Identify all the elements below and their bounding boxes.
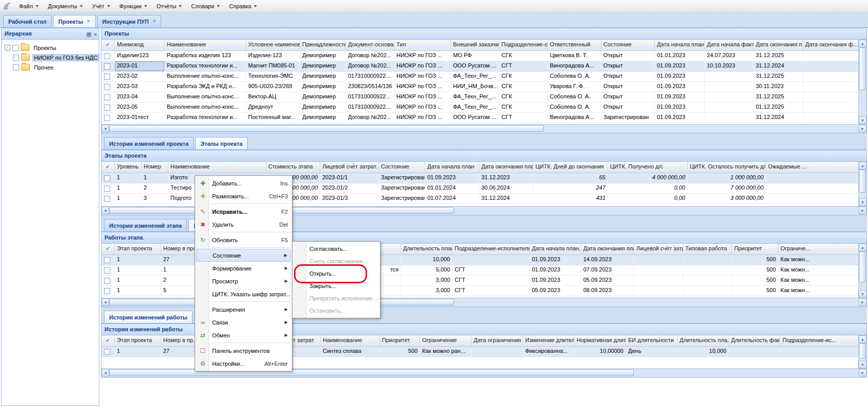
row-checkbox[interactable]: [104, 74, 110, 80]
context-menu-item[interactable]: ✎Исправить...F2: [196, 205, 291, 218]
tree-item[interactable]: -Проекты: [2, 43, 99, 53]
scroll-up-button[interactable]: ▲: [859, 244, 866, 251]
scroll-up-button[interactable]: ▲: [859, 162, 866, 169]
submenu-item[interactable]: Закрыть...: [293, 280, 379, 292]
context-menu-item[interactable]: ✚Размножить...Ctrl+F3: [196, 190, 291, 202]
menubar-item[interactable]: Функции: [115, 1, 152, 11]
scroll-down-button[interactable]: ▼: [859, 290, 866, 298]
submenu-item[interactable]: Остановить...: [293, 304, 379, 317]
context-menu-item[interactable]: ✖УдалитьDel: [196, 218, 291, 231]
column-header[interactable]: Наименование: [165, 40, 246, 50]
tree-item-label[interactable]: Прочее: [32, 64, 55, 71]
table-row[interactable]: 2023-01Разработка технологии и...Магнит …: [101, 61, 858, 72]
grid-view-icon[interactable]: ▦: [86, 30, 91, 38]
context-menu-item[interactable]: Просмотр▶: [196, 275, 291, 287]
column-header[interactable]: Состояние: [379, 162, 425, 173]
row-checkbox[interactable]: [104, 94, 110, 100]
row-checkbox[interactable]: [104, 349, 110, 355]
row-checkbox[interactable]: [104, 267, 110, 274]
tree-checkbox[interactable]: [13, 64, 19, 71]
menubar-item[interactable]: Учёт: [88, 1, 115, 11]
column-header[interactable]: Ожидаемые ...: [766, 162, 858, 173]
column-header[interactable]: ✔: [101, 162, 115, 173]
column-header[interactable]: Приоритет: [732, 244, 778, 255]
table-row[interactable]: 2023-05Выполнение опытно-конс...Дредноут…: [101, 103, 858, 113]
tab-close-icon[interactable]: ✕: [86, 19, 91, 24]
column-header[interactable]: Дата начала план.: [655, 40, 705, 50]
row-checkbox[interactable]: [104, 84, 110, 90]
column-header[interactable]: Мнемокод: [115, 40, 165, 50]
main-tab[interactable]: Инструкции ПУП✕: [97, 15, 162, 27]
row-checkbox[interactable]: [104, 63, 110, 70]
column-header[interactable]: Дата начала факт.: [705, 40, 754, 50]
menubar-item[interactable]: Справка: [224, 1, 262, 11]
scrollbar-track[interactable]: [859, 169, 866, 198]
scrollbar-thumb[interactable]: [859, 343, 866, 359]
context-menu-item[interactable]: ✚Добавить...Ins: [196, 177, 291, 190]
row-checkbox[interactable]: [104, 278, 110, 284]
column-header[interactable]: ЕИ длительности: [626, 335, 678, 346]
column-header[interactable]: Ограниче...: [778, 244, 858, 255]
scroll-right-button[interactable]: ►: [859, 207, 866, 214]
tree-checkbox[interactable]: [12, 45, 19, 51]
scrollbar-thumb[interactable]: [859, 251, 866, 282]
column-header[interactable]: Нормативная длит...: [575, 335, 626, 346]
tree-item[interactable]: НИОКР по ГОЗ без НДС: [2, 53, 99, 62]
column-header[interactable]: Типовая работа: [683, 244, 732, 255]
collapse-panel-icon[interactable]: «: [94, 30, 97, 38]
context-menu-item[interactable]: ∞Связи▶: [196, 316, 291, 329]
column-header[interactable]: Этап проекта: [115, 335, 161, 346]
column-header[interactable]: Принадлежность: [300, 40, 346, 50]
column-header[interactable]: Дата ограничения: [472, 335, 523, 346]
menubar-item[interactable]: Файл: [14, 1, 43, 11]
scroll-left-button[interactable]: ◄: [101, 207, 109, 214]
menubar-item[interactable]: Словари: [186, 1, 224, 11]
column-header[interactable]: Подразделение-ис...: [780, 335, 858, 346]
column-header[interactable]: ✔: [101, 335, 115, 346]
scroll-up-button[interactable]: ▲: [859, 335, 866, 343]
column-header[interactable]: Номер: [142, 162, 168, 173]
scroll-right-button[interactable]: ►: [859, 369, 866, 377]
table-row[interactable]: 2023-03Разработка ЭКД и РКД н...905-U020…: [101, 82, 858, 92]
column-header[interactable]: Дата начала план.: [530, 244, 581, 255]
tree-item[interactable]: Прочее: [2, 62, 99, 72]
scrollbar-track[interactable]: [109, 125, 859, 132]
horizontal-scrollbar[interactable]: ◄►: [101, 124, 866, 133]
table-row[interactable]: 2023-02Выполнение опытно-конс...Технолог…: [101, 72, 858, 82]
scroll-up-button[interactable]: ▲: [859, 40, 866, 47]
context-menu-item[interactable]: ⇄Обмен▶: [196, 329, 291, 342]
row-checkbox[interactable]: [104, 196, 110, 202]
menubar-item[interactable]: Отчёты: [152, 1, 186, 11]
context-menu-item[interactable]: ⚙Настройки...Alt+Enter: [196, 357, 291, 370]
tab-close-icon[interactable]: ✕: [152, 19, 157, 24]
main-tab[interactable]: Рабочий стол: [3, 15, 51, 27]
table-row[interactable]: 2023-04Выполнение опытно-конс...Вектор-А…: [101, 92, 858, 103]
vertical-scrollbar[interactable]: ▲▼: [858, 244, 866, 298]
row-checkbox[interactable]: [104, 257, 110, 263]
vertical-scrollbar[interactable]: ▲▼: [858, 40, 866, 124]
column-header[interactable]: Документ-основан...: [346, 40, 394, 50]
submenu-item-open[interactable]: Открыть...: [293, 267, 379, 280]
column-header[interactable]: Длительность пла...: [678, 335, 729, 346]
column-header[interactable]: Длительность фак...: [729, 335, 780, 346]
scrollbar-thumb[interactable]: [859, 169, 866, 193]
vertical-scrollbar[interactable]: ▲▼: [858, 162, 866, 206]
column-header[interactable]: Дата начала план: [425, 162, 479, 173]
scrollbar-track[interactable]: [859, 47, 866, 116]
tree-item-label[interactable]: Проекты: [32, 44, 58, 52]
submenu-item[interactable]: Согласовать...: [293, 243, 379, 255]
scroll-left-button[interactable]: ◄: [101, 298, 109, 306]
section-tab[interactable]: Этапы проекта: [195, 137, 248, 149]
context-menu-item[interactable]: Формирование▶: [196, 262, 291, 275]
scrollbar-thumb[interactable]: [859, 47, 866, 90]
column-header[interactable]: Стоимость этапа: [266, 162, 320, 173]
context-menu-item[interactable]: ↻ОбновитьF5: [196, 233, 291, 246]
table-row[interactable]: 2023-01тестРазработка технологии и...Пос…: [101, 113, 858, 123]
row-checkbox[interactable]: [104, 53, 110, 59]
main-tab[interactable]: Проекты✕: [53, 15, 95, 27]
scrollbar-track[interactable]: [859, 343, 866, 361]
scrollbar-thumb[interactable]: [109, 369, 634, 376]
row-checkbox[interactable]: [104, 288, 110, 294]
scroll-down-button[interactable]: ▼: [859, 361, 866, 368]
submenu-item[interactable]: Прекратить исполнение...: [293, 292, 379, 304]
